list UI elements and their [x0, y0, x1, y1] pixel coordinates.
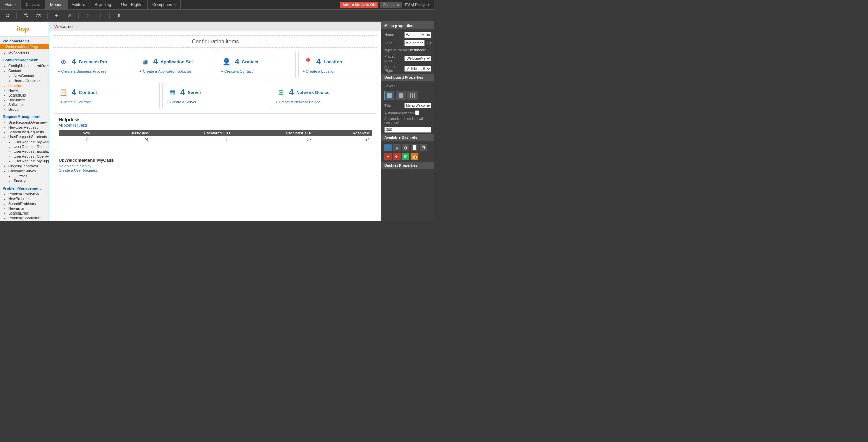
card-location[interactable]: 📍 4 Location + Create a Location — [298, 51, 377, 78]
contact-icon: 👤 — [221, 56, 232, 67]
panel-title-input[interactable] — [404, 103, 431, 108]
sidebar-item-quizzes[interactable]: Quizzes — [14, 174, 49, 178]
card-contract[interactable]: 📋 4 Contract + Create a Contract — [54, 82, 160, 109]
nav-classes[interactable]: Classes — [21, 0, 45, 9]
logo-text: itop — [16, 25, 29, 33]
nav-branding[interactable]: Branding — [90, 0, 116, 9]
mycalls-create-link[interactable]: Create a User Request — [59, 168, 372, 172]
panel-interval-input[interactable] — [384, 127, 431, 133]
dashlet-grid-icon[interactable]: ⊞ — [402, 153, 409, 160]
layout-option-1col[interactable] — [384, 91, 394, 100]
sidebar-item-newuserrequest[interactable]: NewUserRequest — [8, 125, 49, 130]
card-location-top: 📍 4 Location — [303, 56, 342, 67]
panel-name-input[interactable] — [404, 32, 431, 38]
sidebar-item-newr[interactable]: NewR.. — [8, 88, 49, 93]
sidebar-item-document[interactable]: Document — [8, 98, 49, 102]
sidebar-item-group[interactable]: Group — [8, 107, 49, 112]
menu-properties-title: Menu properties — [381, 22, 434, 29]
server-create-link[interactable]: + Create a Server — [167, 100, 196, 104]
svg-rect-3 — [410, 93, 411, 98]
sidebar-item-userrequest-open[interactable]: UserRequest:OpenRequests — [14, 154, 49, 159]
dashlet-table-icon[interactable]: ⊟ — [420, 144, 427, 151]
contact-create-link[interactable]: + Create a Contact — [221, 69, 253, 73]
dashlet-pie-icon[interactable]: ◑ — [402, 144, 409, 151]
card-application-sol[interactable]: ▦ 4 Application Sol.. + Create a Applica… — [135, 51, 214, 78]
network-device-title: Network Device — [296, 90, 329, 95]
panel-placed-row: Placed under WelcomeMenu — [381, 53, 434, 63]
panel-label-input[interactable] — [404, 40, 425, 46]
nav-home[interactable]: Home — [0, 0, 21, 9]
sidebar-item-problem-myproblems[interactable]: Problem:MyProblems — [14, 221, 49, 221]
add-button[interactable]: + — [52, 11, 61, 20]
sidebar-item-configoverview[interactable]: ConfigManagementOverview — [8, 63, 49, 68]
business-process-create-link[interactable]: + Create a Business Process — [58, 69, 106, 73]
sidebar-item-userrequest-dispatched[interactable]: UserRequest:RequestsDispatchedToMyTeams — [14, 144, 49, 149]
layout-option-3col[interactable] — [407, 91, 418, 100]
sidebar-item-searchproblems[interactable]: SearchProblems — [8, 201, 49, 206]
sidebar-item-userrequest-shortcuts[interactable]: UserRequest:Shortcuts — [8, 134, 49, 139]
sidebar-item-newproblem[interactable]: NewProblem — [8, 196, 49, 201]
nav-components[interactable]: Components — [148, 0, 181, 9]
sidebar-item-software[interactable]: Software — [8, 102, 49, 107]
sidebar-welcomemenupage-highlight[interactable]: WelcomeMenuPage — [0, 44, 49, 49]
dashlet-bar-icon[interactable]: ▊ — [411, 144, 418, 151]
move-down-button[interactable]: ↓ — [96, 11, 105, 20]
sidebar-item-userrequest-myrequests[interactable]: UserRequest:MyRequests — [14, 139, 49, 144]
admin-mode-badge: Admin Mode is ON — [340, 2, 378, 8]
server-count: 4 — [180, 88, 185, 97]
helpdesk-link[interactable]: All open requests — [59, 123, 372, 127]
sidebar-item-problem-overview[interactable]: Problem:Overview — [8, 192, 49, 196]
sidebar-item-surveys[interactable]: Surveys — [14, 178, 49, 183]
dashlet-h1-icon[interactable]: H — [384, 153, 392, 160]
undo-button[interactable]: ↺ — [3, 11, 12, 20]
sidebar-item-newerror[interactable]: NewError — [8, 206, 49, 211]
sidebar-section-requestmanagement: RequestManagement — [0, 113, 49, 119]
panel-access-select[interactable]: Visible to all — [404, 66, 431, 72]
sidebar-item-contact[interactable]: Contact — [8, 68, 49, 73]
sidebar-item-userrequest-escalated[interactable]: UserRequest:EscalatedRequests — [14, 149, 49, 154]
dashlet-list-icon[interactable]: ≡ — [393, 144, 401, 151]
dashlet-text-icon[interactable]: T — [384, 144, 392, 151]
scale-button[interactable]: ⚖ — [34, 11, 43, 20]
contract-create-link[interactable]: + Create a Contract — [58, 100, 91, 104]
upload-button[interactable]: ⬆ — [114, 11, 123, 20]
move-up-button[interactable]: ↑ — [83, 11, 92, 20]
nav-user-rights[interactable]: User Rights — [116, 0, 148, 9]
helpdesk-val-escalated-ttr: 32 — [233, 136, 314, 143]
sidebar-item-userrequest-overview[interactable]: UserRequest:Overview — [8, 120, 49, 125]
dashlet-calendar-icon[interactable]: 📅 — [411, 153, 418, 160]
sidebar-item-searchcontacts[interactable]: SearchContacts — [14, 78, 49, 83]
sidebar-item-location[interactable]: Location — [8, 83, 49, 88]
nav-menus[interactable]: Menus — [45, 0, 68, 9]
sidebar-item-userrequest-mysupport[interactable]: UserRequest:MySupportRequests — [14, 159, 49, 163]
label-icon[interactable]: ⚙ — [427, 40, 431, 46]
sidebar-item-myshortcuts[interactable]: MyShortcuts — [8, 50, 49, 55]
network-device-create-link[interactable]: + Create a Network Device — [275, 100, 320, 104]
panel-autorefresh-checkbox[interactable] — [415, 110, 419, 115]
card-contract-top: 📋 4 Contract — [58, 87, 97, 98]
location-create-link[interactable]: + Create a Location — [303, 69, 335, 73]
sidebar-requestmanagement-list: UserRequest:Overview NewUserRequest Sear… — [0, 119, 49, 184]
flask-button[interactable]: ⚗ — [21, 11, 30, 20]
delete-button[interactable]: ✕ — [65, 11, 74, 20]
sidebar-item-searchcis[interactable]: SearchCIs — [8, 93, 49, 98]
svg-rect-4 — [412, 93, 413, 98]
nav-editors[interactable]: Editors — [68, 0, 90, 9]
layout-option-2col[interactable] — [396, 91, 406, 100]
sidebar-item-newcontact[interactable]: NewContact — [14, 73, 49, 78]
dashboard-properties-title: Dashboard Properties — [381, 74, 434, 81]
card-network-device[interactable]: ⊞ 4 Network Device + Create a Network De… — [271, 82, 377, 109]
toolbar-separator-4 — [109, 12, 110, 19]
sidebar-item-customersurvey[interactable]: CustomerSurvey — [8, 168, 49, 173]
sidebar-item-searcherror[interactable]: SearchError — [8, 211, 49, 216]
sidebar-item-ongoing-approval[interactable]: Ongoing approval — [8, 164, 49, 168]
card-contact[interactable]: 👤 4 Contact + Create a Contact — [217, 51, 296, 78]
card-server[interactable]: ▦ 4 Server + Create a Server — [162, 82, 268, 109]
panel-placed-select[interactable]: WelcomeMenu — [404, 56, 431, 61]
card-business-process[interactable]: ⊕ 4 Business Pro.. + Create a Business P… — [54, 51, 132, 78]
dashlet-h2-icon[interactable]: H⁻ — [393, 153, 401, 160]
sidebar-item-searchuserrequests[interactable]: SearchUserRequests — [8, 130, 49, 134]
svg-rect-5 — [414, 93, 415, 98]
sidebar-item-problem-shortcuts[interactable]: Problem:Shortcuts — [8, 216, 49, 220]
application-sol-create-link[interactable]: + Create a Application Solution — [139, 69, 191, 73]
